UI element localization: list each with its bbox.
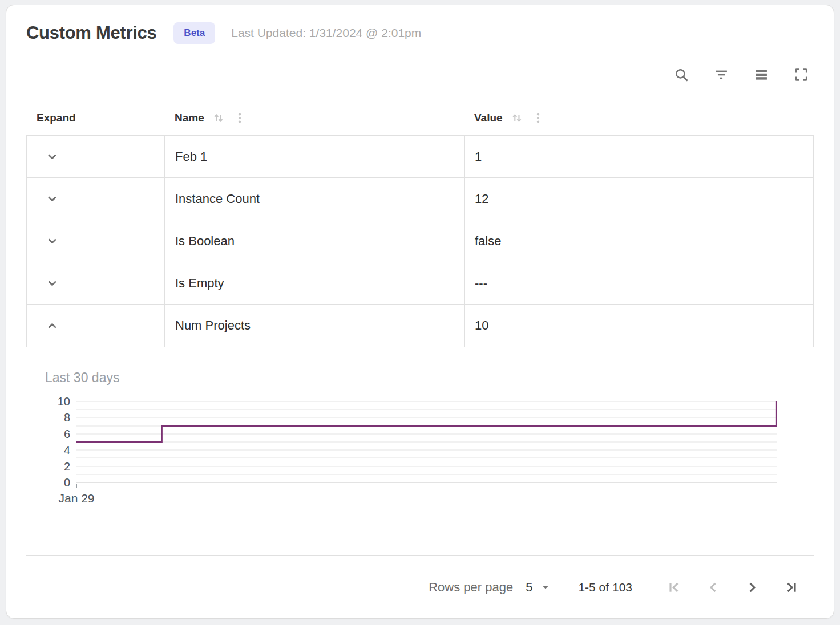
density-icon [753, 67, 769, 83]
table-body: Feb 1 1 Instance Count 12 Is Boolean fal… [26, 135, 814, 347]
chevron-down-icon [45, 149, 60, 164]
expanded-chart-panel: Last 30 days 10 8 6 4 2 0 Jan 29 [26, 370, 814, 510]
metric-value: 12 [464, 178, 813, 220]
chevron-left-icon [705, 579, 721, 595]
expand-cell [27, 178, 164, 220]
column-label: Value [474, 112, 503, 124]
column-label: Name [175, 112, 204, 124]
page-title: Custom Metrics [26, 23, 156, 43]
metric-value: false [464, 220, 813, 262]
rows-per-page-select[interactable]: 5 [526, 580, 552, 595]
header: Custom Metrics Beta Last Updated: 1/31/2… [26, 22, 814, 44]
expand-cell [27, 262, 164, 304]
sort-arrows-icon [211, 111, 226, 125]
table-row-expanded: Num Projects 10 [27, 305, 813, 347]
table-row: Instance Count 12 [27, 178, 813, 220]
expand-row-button[interactable] [41, 188, 63, 210]
chart-plot-area [76, 401, 777, 482]
first-page-button[interactable] [662, 575, 687, 600]
expand-cell [27, 305, 164, 347]
y-axis-labels: 10 8 6 4 2 0 [45, 401, 70, 482]
metric-name: Instance Count [164, 178, 464, 220]
last-page-icon [783, 579, 799, 595]
sort-value-button[interactable] [510, 111, 524, 125]
custom-metrics-card: Custom Metrics Beta Last Updated: 1/31/2… [6, 5, 834, 619]
filter-button[interactable] [709, 62, 734, 87]
last-updated-text: Last Updated: 1/31/2024 @ 2:01pm [231, 26, 421, 40]
metric-name: Is Boolean [164, 220, 464, 262]
previous-page-button[interactable] [701, 575, 726, 600]
table-toolbar [26, 62, 814, 87]
chart-step-line [76, 401, 777, 482]
metric-name: Num Projects [164, 305, 464, 347]
table-row: Feb 1 1 [27, 136, 813, 178]
value-column-menu-button[interactable] [531, 111, 545, 125]
y-tick-label: 2 [64, 461, 70, 472]
expand-row-button[interactable] [41, 145, 63, 168]
first-page-icon [667, 579, 682, 595]
column-header-name[interactable]: Name [164, 101, 464, 135]
metric-value: 1 [464, 136, 813, 177]
x-axis: Jan 29 [76, 482, 777, 510]
search-button[interactable] [669, 62, 694, 87]
y-tick-label: 10 [58, 396, 70, 407]
density-button[interactable] [749, 62, 774, 87]
sort-name-button[interactable] [211, 111, 226, 125]
chevron-up-icon [45, 318, 60, 334]
pagination-controls [648, 575, 803, 600]
metric-name: Feb 1 [164, 136, 464, 177]
table-row: Is Empty --- [27, 262, 813, 305]
sort-arrows-icon [510, 111, 524, 125]
chevron-right-icon [744, 579, 760, 595]
chevron-down-icon [45, 191, 60, 206]
expand-cell [27, 136, 164, 177]
collapse-row-button[interactable] [41, 314, 63, 337]
metric-name: Is Empty [164, 262, 464, 304]
x-tick-mark [76, 484, 77, 488]
expand-row-button[interactable] [41, 230, 63, 253]
column-label: Expand [37, 112, 76, 124]
pagination-range: 1-5 of 103 [578, 581, 632, 594]
chevron-down-icon [45, 233, 60, 249]
pagination-footer: Rows per page 5 1-5 of 103 [26, 555, 814, 618]
expand-cell [27, 220, 164, 262]
chart-title: Last 30 days [45, 370, 814, 385]
last-page-button[interactable] [778, 575, 803, 600]
kebab-menu-icon [233, 111, 247, 125]
caret-down-icon [539, 581, 552, 594]
beta-badge: Beta [173, 22, 215, 44]
chart: 10 8 6 4 2 0 Jan 29 [45, 401, 777, 510]
next-page-button[interactable] [740, 575, 765, 600]
filter-icon [713, 67, 729, 83]
y-tick-label: 6 [64, 428, 70, 440]
table-header: Expand Name Value [26, 101, 814, 135]
metric-value: --- [464, 262, 813, 304]
fullscreen-icon [793, 67, 809, 83]
column-header-expand: Expand [26, 101, 164, 135]
search-icon [673, 67, 689, 83]
table-row: Is Boolean false [27, 220, 813, 262]
expand-row-button[interactable] [41, 272, 63, 295]
y-tick-label: 0 [64, 477, 70, 488]
name-column-menu-button[interactable] [233, 111, 247, 125]
rows-per-page-value: 5 [526, 580, 532, 595]
rows-per-page-label: Rows per page [429, 580, 513, 595]
y-tick-label: 4 [64, 444, 70, 456]
kebab-menu-icon [531, 111, 545, 125]
y-tick-label: 8 [64, 412, 70, 423]
x-tick-label: Jan 29 [58, 492, 94, 505]
fullscreen-button[interactable] [789, 62, 814, 87]
metric-value: 10 [464, 305, 813, 347]
column-header-value[interactable]: Value [464, 101, 814, 135]
chevron-down-icon [45, 275, 60, 291]
